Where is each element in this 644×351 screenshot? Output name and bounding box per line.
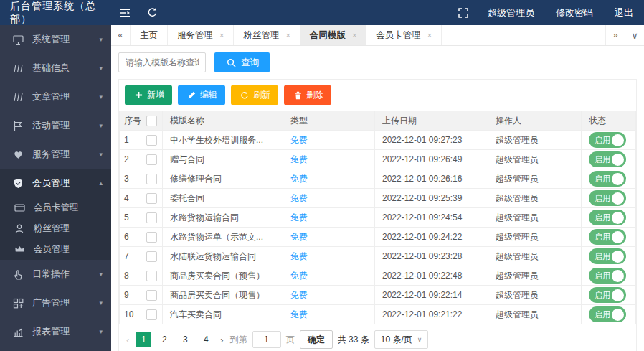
page-size-select[interactable]: 10 条/页∨ — [374, 330, 429, 349]
select-all-checkbox[interactable] — [146, 116, 157, 126]
search-button[interactable]: 查询 — [214, 52, 270, 72]
type-cell: 免费 — [283, 228, 375, 247]
status-toggle[interactable]: 启用 — [589, 210, 626, 225]
sidebar-subitem[interactable]: 会员管理 — [0, 239, 111, 260]
template-name-cell: 商品房买卖合同（现售） — [163, 286, 283, 305]
row-checkbox[interactable] — [146, 290, 157, 301]
tab-close-icon[interactable]: × — [427, 31, 432, 39]
sidebar-item[interactable]: 活动管理▾ — [0, 111, 111, 140]
type-cell: 免费 — [283, 189, 375, 208]
sidebar-item[interactable]: 基础信息▾ — [0, 54, 111, 83]
sidebar-item[interactable]: 会员管理▴ — [0, 169, 111, 197]
tab[interactable]: 会员卡管理× — [366, 25, 442, 45]
type-link[interactable]: 免费 — [290, 135, 308, 145]
fullscreen-icon[interactable] — [450, 0, 477, 25]
status-toggle[interactable]: 启用 — [589, 248, 626, 264]
type-link[interactable]: 免费 — [290, 271, 308, 281]
pagination-page[interactable]: 3 — [177, 332, 193, 347]
collapse-sidebar-icon[interactable] — [111, 0, 138, 25]
pagination-page[interactable]: 2 — [156, 332, 172, 347]
operator-cell: 超级管理员 — [488, 266, 582, 286]
tab[interactable]: 粉丝管理× — [234, 25, 300, 45]
add-button[interactable]: 新增 — [125, 85, 172, 105]
logout-link[interactable]: 退出 — [604, 6, 644, 19]
tab[interactable]: 主页 — [131, 25, 168, 45]
refresh-page-icon[interactable] — [138, 0, 166, 25]
edit-button[interactable]: 编辑 — [178, 85, 225, 105]
status-toggle[interactable]: 启用 — [589, 306, 626, 322]
row-checkbox[interactable] — [146, 251, 157, 262]
column-header-date: 上传日期 — [375, 111, 488, 131]
sidebar-item[interactable]: 系统管理▾ — [0, 25, 111, 54]
card-icon — [14, 202, 25, 214]
pagination-goto-label: 到第 — [230, 334, 247, 346]
type-link[interactable]: 免费 — [290, 290, 308, 300]
tabs-scroll-left-icon[interactable]: « — [111, 25, 131, 45]
type-link[interactable]: 免费 — [290, 212, 308, 223]
sidebar-item[interactable]: 报表管理▾ — [0, 317, 111, 346]
pagination-goto-input[interactable] — [252, 331, 281, 348]
tabs-menu-icon[interactable]: ∨ — [625, 25, 644, 45]
row-checkbox[interactable] — [146, 271, 157, 281]
change-password-link[interactable]: 修改密码 — [545, 6, 604, 19]
sidebar-subitem[interactable]: 会员卡管理 — [0, 197, 111, 218]
status-toggle[interactable]: 启用 — [589, 171, 626, 187]
row-checkbox[interactable] — [146, 135, 157, 146]
pagination-confirm-button[interactable]: 确定 — [300, 330, 333, 349]
tabs-scroll-right-icon[interactable]: » — [605, 25, 625, 45]
tab-close-icon[interactable]: × — [285, 31, 290, 39]
pagination-page[interactable]: 1 — [136, 332, 151, 347]
status-toggle[interactable]: 启用 — [589, 132, 626, 148]
pagination-total: 共 33 条 — [338, 334, 369, 346]
current-user[interactable]: 超级管理员 — [477, 6, 545, 19]
tab[interactable]: 服务管理× — [168, 25, 234, 45]
type-link[interactable]: 免费 — [290, 154, 308, 164]
row-checkbox[interactable] — [146, 309, 157, 320]
article-icon — [12, 91, 24, 103]
row-checkbox[interactable] — [146, 154, 157, 165]
chevron-down-icon: ▾ — [99, 328, 103, 335]
pagination-page-unit: 页 — [286, 334, 295, 346]
status-cell: 启用 — [582, 131, 636, 150]
sidebar-item-label: 活动管理 — [32, 119, 70, 132]
status-toggle[interactable]: 启用 — [589, 190, 626, 206]
row-index-cell: 5 — [120, 208, 141, 228]
row-checkbox[interactable] — [146, 174, 157, 184]
sidebar-item[interactable]: 日常操作▾ — [0, 260, 111, 289]
status-toggle[interactable]: 启用 — [589, 268, 626, 284]
pagination-page[interactable]: 4 — [198, 332, 214, 347]
pagination-prev-icon[interactable]: ‹ — [125, 334, 131, 345]
status-toggle[interactable]: 启用 — [589, 151, 626, 167]
sidebar-subitem[interactable]: 粉丝管理 — [0, 218, 111, 239]
status-toggle[interactable]: 启用 — [589, 229, 626, 245]
sidebar-group: 服务管理▾ — [0, 140, 111, 169]
sidebar-item[interactable]: 文章管理▾ — [0, 83, 111, 111]
row-checkbox[interactable] — [146, 212, 157, 223]
row-checkbox-cell — [141, 189, 163, 208]
sidebar-item[interactable]: 服务管理▾ — [0, 140, 111, 169]
row-checkbox[interactable] — [146, 232, 157, 243]
row-checkbox[interactable] — [146, 193, 157, 204]
status-cell: 启用 — [582, 189, 636, 208]
pagination-next-icon[interactable]: › — [219, 334, 224, 345]
tab-close-icon[interactable]: × — [219, 31, 224, 39]
type-link[interactable]: 免费 — [290, 232, 308, 242]
tab-close-icon[interactable]: × — [352, 31, 356, 39]
type-link[interactable]: 免费 — [290, 193, 308, 203]
sidebar-item[interactable]: 广告管理▾ — [0, 289, 111, 317]
row-checkbox-cell — [141, 150, 163, 169]
upload-date-cell: 2022-12-01 09:27:23 — [375, 131, 488, 150]
status-toggle[interactable]: 启用 — [589, 287, 626, 303]
delete-button[interactable]: 删除 — [284, 85, 331, 105]
upload-date-cell: 2022-12-01 09:23:28 — [375, 247, 488, 266]
search-input[interactable] — [118, 52, 206, 72]
hand-icon — [12, 268, 24, 280]
chevron-down-icon: ▾ — [99, 122, 103, 129]
refresh-button[interactable]: 刷新 — [231, 85, 278, 105]
chevron-down-icon: ▾ — [99, 271, 103, 278]
tab[interactable]: 合同模版× — [300, 25, 366, 45]
template-name-cell: 商品房买卖合同（预售） — [163, 266, 283, 286]
type-link[interactable]: 免费 — [290, 174, 308, 184]
type-link[interactable]: 免费 — [290, 251, 308, 261]
type-link[interactable]: 免费 — [290, 309, 308, 319]
